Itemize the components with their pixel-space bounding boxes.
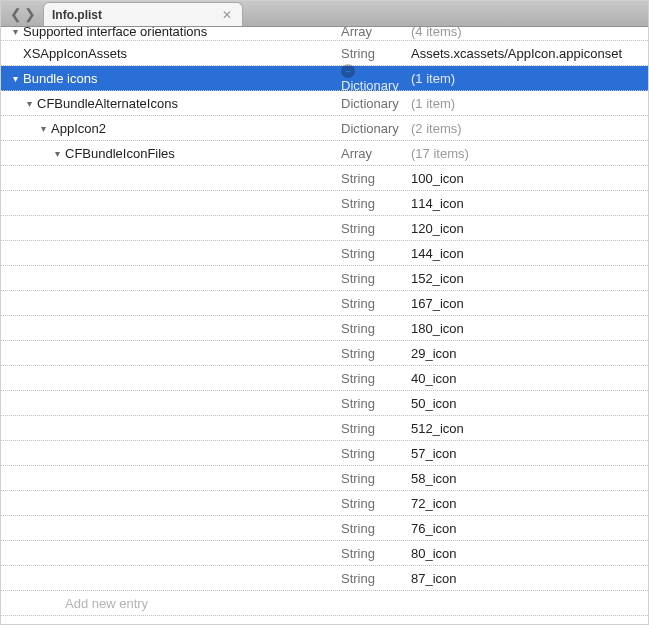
key-label: Bundle icons xyxy=(23,71,97,86)
table-row[interactable]: String167_icon xyxy=(1,291,648,316)
key-label: UIPrerenderedIcon xyxy=(65,621,175,626)
value-label: 87_icon xyxy=(411,571,648,586)
add-entry-placeholder: Add new entry xyxy=(65,596,148,611)
nav-forward-icon[interactable]: ❯ xyxy=(23,7,37,21)
key-label: CFBundleIconFiles xyxy=(65,146,175,161)
value-label: Assets.xcassets/AppIcon.appiconset xyxy=(411,46,648,61)
table-row[interactable]: String144_icon xyxy=(1,241,648,266)
table-row[interactable]: String120_icon xyxy=(1,216,648,241)
tab-bar: ❮ ❯ Info.plist ✕ xyxy=(1,1,648,27)
type-label: String xyxy=(341,321,411,336)
chevron-down-icon[interactable]: ▾ xyxy=(37,123,49,134)
value-label: 50_icon xyxy=(411,396,648,411)
table-row[interactable]: ▾ CFBundleAlternateIcons Dictionary (1 i… xyxy=(1,91,648,116)
table-row[interactable]: String76_icon xyxy=(1,516,648,541)
key-label: XSAppIconAssets xyxy=(23,46,127,61)
type-label: String xyxy=(341,371,411,386)
type-label: String xyxy=(341,46,411,61)
value-label: (1 item) xyxy=(411,96,648,111)
type-label: Boolean xyxy=(341,621,411,626)
value-label: 100_icon xyxy=(411,171,648,186)
tab-title: Info.plist xyxy=(52,8,220,22)
chevron-down-icon[interactable]: ▾ xyxy=(23,98,35,109)
value-label: 57_icon xyxy=(411,446,648,461)
value-label: 120_icon xyxy=(411,221,648,236)
table-row[interactable]: String80_icon xyxy=(1,541,648,566)
value-label: 144_icon xyxy=(411,246,648,261)
type-column-selected: –Dictionary xyxy=(341,63,411,94)
table-row[interactable]: UIPrerenderedIcon Boolean No xyxy=(1,616,648,625)
table-row[interactable]: String114_icon xyxy=(1,191,648,216)
value-label: 512_icon xyxy=(411,421,648,436)
value-label: 152_icon xyxy=(411,271,648,286)
value-label: 80_icon xyxy=(411,546,648,561)
table-row[interactable]: String72_icon xyxy=(1,491,648,516)
table-row[interactable]: String87_icon xyxy=(1,566,648,591)
type-label: String xyxy=(341,571,411,586)
value-label: (17 items) xyxy=(411,146,648,161)
value-label: 58_icon xyxy=(411,471,648,486)
type-label: String xyxy=(341,221,411,236)
remove-icon[interactable]: – xyxy=(341,64,355,78)
table-row[interactable]: String58_icon xyxy=(1,466,648,491)
tab-nav-arrows: ❮ ❯ xyxy=(7,2,43,26)
table-row[interactable]: String180_icon xyxy=(1,316,648,341)
table-row[interactable]: String100_icon xyxy=(1,166,648,191)
table-row[interactable]: String512_icon xyxy=(1,416,648,441)
type-label: String xyxy=(341,271,411,286)
key-label: CFBundleAlternateIcons xyxy=(37,96,178,111)
type-label: Dictionary xyxy=(341,96,411,111)
type-label: String xyxy=(341,396,411,411)
value-label: 72_icon xyxy=(411,496,648,511)
value-label: (2 items) xyxy=(411,121,648,136)
type-label: String xyxy=(341,196,411,211)
type-label: String xyxy=(341,521,411,536)
table-row[interactable]: ▾ AppIcon2 Dictionary (2 items) xyxy=(1,116,648,141)
type-label: Dictionary xyxy=(341,121,411,136)
value-label: No xyxy=(411,621,648,626)
table-row[interactable]: String29_icon xyxy=(1,341,648,366)
value-label: (4 items) xyxy=(411,27,648,39)
type-label: String xyxy=(341,246,411,261)
table-row[interactable]: String50_icon xyxy=(1,391,648,416)
table-row[interactable]: XSAppIconAssets String Assets.xcassets/A… xyxy=(1,41,648,66)
type-label: String xyxy=(341,421,411,436)
table-row[interactable]: ▾ Supported interface orientations Array… xyxy=(1,27,648,41)
type-label: Array xyxy=(341,146,411,161)
value-label: 114_icon xyxy=(411,196,648,211)
type-label: String xyxy=(341,471,411,486)
type-label: String xyxy=(341,446,411,461)
table-row[interactable]: String40_icon xyxy=(1,366,648,391)
close-icon[interactable]: ✕ xyxy=(220,8,234,22)
key-label: AppIcon2 xyxy=(51,121,106,136)
type-label: String xyxy=(341,171,411,186)
type-label: Array xyxy=(341,27,411,39)
type-label: String xyxy=(341,296,411,311)
table-row[interactable]: ▾ CFBundleIconFiles Array (17 items) xyxy=(1,141,648,166)
table-row-selected[interactable]: ▾ Bundle icons –Dictionary (1 item) xyxy=(1,66,648,91)
table-row[interactable]: String57_icon xyxy=(1,441,648,466)
table-row[interactable]: String152_icon xyxy=(1,266,648,291)
chevron-down-icon[interactable]: ▾ xyxy=(51,148,63,159)
type-label: String xyxy=(341,496,411,511)
add-entry-row[interactable]: Add new entry xyxy=(1,591,648,616)
value-label: 180_icon xyxy=(411,321,648,336)
value-label: 167_icon xyxy=(411,296,648,311)
chevron-down-icon[interactable]: ▾ xyxy=(9,73,21,84)
type-label: String xyxy=(341,346,411,361)
type-label: String xyxy=(341,546,411,561)
value-label: 76_icon xyxy=(411,521,648,536)
value-label: 29_icon xyxy=(411,346,648,361)
nav-back-icon[interactable]: ❮ xyxy=(9,7,23,21)
editor-tab-info-plist[interactable]: Info.plist ✕ xyxy=(43,2,243,26)
plist-editor-table: ▾ Supported interface orientations Array… xyxy=(1,27,648,625)
chevron-down-icon[interactable]: ▾ xyxy=(9,27,21,37)
key-label: Supported interface orientations xyxy=(23,27,207,39)
value-label: (1 item) xyxy=(411,71,648,86)
value-label: 40_icon xyxy=(411,371,648,386)
